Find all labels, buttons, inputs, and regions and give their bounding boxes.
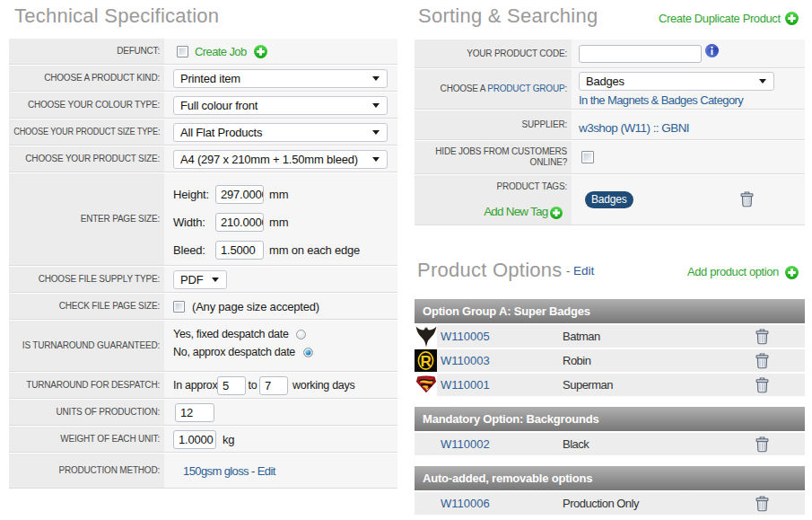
svg-text:R: R (420, 353, 431, 370)
